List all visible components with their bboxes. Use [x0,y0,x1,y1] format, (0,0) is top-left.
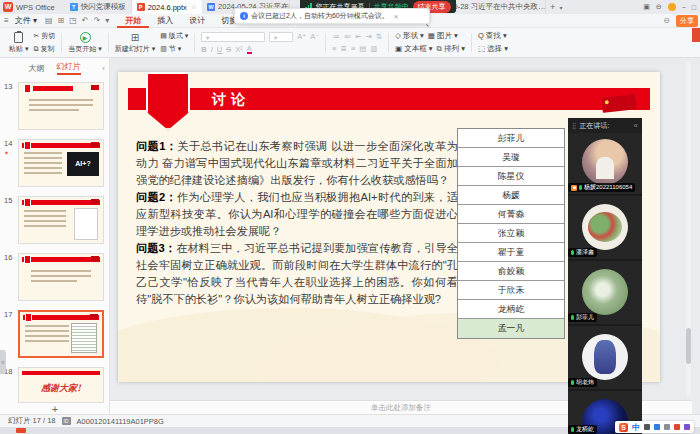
video-panel-header[interactable]: ⣿ 正在讲话: « [568,118,642,133]
arrange-button[interactable]: ⧉ 排列 ▾ [437,44,465,54]
ime-keyboard-icon[interactable] [664,424,670,430]
slide-thumbnail-panel: 大纲 幻灯片 ‹ 13 14 ✦ AI+? 15 [0,58,110,414]
slide-thumb-15[interactable]: 15 [0,194,110,248]
ime-pen-icon[interactable] [644,424,650,430]
new-tab-button[interactable]: + [546,2,559,12]
columns-icon[interactable]: ▥ [370,44,377,53]
italic-button[interactable]: I [211,45,213,54]
print-icon[interactable]: ⊞ [57,16,64,25]
align-left-icon[interactable]: ≡ [332,44,336,53]
slide-thumb-14[interactable]: 14 ✦ AI+? [0,137,110,191]
ime-toolbar[interactable]: S 中 [615,421,694,433]
preview-icon[interactable]: ◳ [69,16,77,25]
participant-tile[interactable]: 潘泽鑫 [568,198,642,261]
drag-grip-icon[interactable]: ⣿ [572,122,576,129]
copy-button[interactable]: ⧉ 复制 [33,44,55,54]
participant-tile[interactable]: 杨媛20221106054 [568,133,642,196]
discussion-questions: 问题1：关于总书记在山东考察时强调 以进一步全面深化改革为动力 奋力谱写中国式现… [136,138,458,308]
slide-number: 13 [4,82,12,91]
avatar [582,204,628,250]
new-slide-button[interactable]: ⊞ 新建幻灯片 ▾ [115,32,155,54]
ime-lang-indicator[interactable]: 中 [632,422,640,433]
window-controls: ▣ ⊖ − □ [643,3,700,11]
wps-logo-icon: W [3,2,13,12]
minimize-icon[interactable]: − [682,4,686,11]
underline-button[interactable]: U [217,45,222,54]
tab-home[interactable]: 开始 [117,14,149,28]
slide-thumb-16[interactable]: 16 [0,251,110,305]
slide-thumb-13[interactable]: 13 [0,80,110,134]
tab-outline[interactable]: 大纲 [29,63,45,74]
indent-left-icon[interactable]: ⇤ [355,32,361,41]
taskbar-app-icon[interactable] [16,428,26,433]
font-color-button[interactable]: A [247,45,252,54]
numbering-icon[interactable]: ≕ [344,32,352,41]
file-menu[interactable]: 文件 ▾ [15,15,37,26]
play-from-current-button[interactable]: ▶ 当页开始 ▾ [68,32,101,54]
bullets-icon[interactable]: ≔ [332,32,340,41]
font-name-select[interactable]: ▾ [201,32,265,42]
section-button[interactable]: ▥ 节 ▾ [160,44,188,54]
line-spacing-icon[interactable]: ⇅ [376,32,382,41]
avatar [582,139,628,185]
textbox-button[interactable]: ▣ 文本框 ▾ [395,44,433,54]
ai-callout: AI+? [67,152,99,176]
cut-button[interactable]: ✂ 剪切 [33,31,55,41]
toast-close-icon[interactable]: × [394,12,399,21]
participant-name: 胡老炜 [576,378,594,387]
tab-insert[interactable]: 插入 [149,14,181,28]
mic-on-icon [571,380,574,385]
paste-button[interactable]: 粘贴 ▾ [9,32,28,54]
tab-design[interactable]: 设计 [181,14,213,28]
hamburger-icon[interactable]: ≡ [4,16,9,25]
redo-icon[interactable]: ↷ [93,16,100,25]
tab-pin-icon[interactable]: ☆ [191,3,197,11]
ime-toolbox-icon[interactable] [684,424,690,430]
font-size-select[interactable]: ▾ [269,32,293,42]
participant-name-tag: 龙柄屹 [568,425,597,434]
tab-slides[interactable]: 幻灯片 [57,61,81,75]
participant-tile[interactable]: 彭菲儿 [568,263,642,326]
ime-skin-icon[interactable] [674,424,680,430]
ribbon: 粘贴 ▾ ✂ 剪切 ⧉ 复制 ▶ 当页开始 ▾ ⊞ 新建幻灯片 ▾ ▤ 版式 ▾… [0,28,700,58]
superscript-button[interactable]: X² [235,45,243,54]
scrollbar-thumb[interactable] [686,328,691,364]
shrink-font-icon[interactable]: A⁻ [310,32,319,41]
tab-template[interactable]: T 快闪党课模板 [65,0,132,14]
collapse-ribbon-icon[interactable]: ⊖ [663,16,670,25]
strikethrough-button[interactable]: S [226,45,231,54]
indent-right-icon[interactable]: ⇥ [365,32,371,41]
layout-button[interactable]: ▤ 版式 ▾ [160,31,188,41]
ime-mic-icon[interactable] [654,424,660,430]
collapse-panel-icon[interactable]: ‹ [102,64,105,73]
undo-icon[interactable]: ↶ [82,16,89,25]
bold-button[interactable]: B [201,45,206,54]
justify-icon[interactable]: ▤ [359,44,366,53]
slide-thumb-17-current[interactable]: 17 [0,308,110,362]
shapes-button[interactable]: ◇ 形状 ▾ [395,31,424,41]
participant-name-tag: 彭菲儿 [568,313,597,322]
find-button[interactable]: Q 查找 ▾ [478,31,507,41]
play-icon: ▶ [80,32,91,43]
title-banner [128,88,650,110]
save-icon[interactable]: ▤ [45,16,53,25]
share-button[interactable]: 分享 [676,15,698,27]
sogou-logo-icon[interactable]: S [619,423,628,432]
select-button[interactable]: ⬚ 选择 ▾ [478,44,508,54]
picture-button[interactable]: ▦ 图片 ▾ [428,31,458,41]
grow-font-icon[interactable]: A⁺ [297,32,306,41]
user-avatar[interactable] [668,3,676,11]
participant-name: 龙柄屹 [576,425,594,434]
chevron-down-icon[interactable]: ▾ [105,16,109,25]
align-center-icon[interactable]: ≣ [341,44,347,53]
maximize-icon[interactable]: □ [692,4,696,11]
restore-tab-icon[interactable]: ▣ [643,3,650,11]
participant-tile[interactable]: 胡老炜 [568,328,642,391]
meeting-notification-toast: i 会议已超过2人，自动转为60分钟模式会议。 × [234,8,430,24]
tab-list-chevron-icon[interactable]: ▾ [559,4,562,11]
collapse-panel-icon[interactable]: « [634,121,638,130]
tab-current-pptx[interactable]: P 2024.6.pptx ☆ [132,0,202,14]
align-right-icon[interactable]: ≡ [351,44,355,53]
panel-resize-handle[interactable]: ≡ [0,350,6,374]
settings-icon[interactable]: ⊖ [656,3,662,11]
